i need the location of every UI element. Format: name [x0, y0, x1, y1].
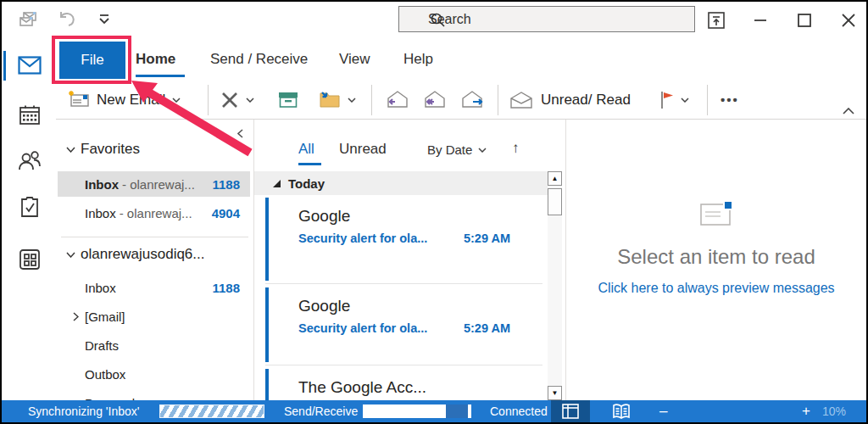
unread-read-label: Unread/ Read: [541, 92, 631, 109]
flag-icon: [659, 91, 674, 109]
send-receive-label[interactable]: Send/Receive: [284, 400, 358, 422]
folder-name: Inbox: [85, 206, 116, 220]
unread-read-button[interactable]: Unread/ Read: [509, 81, 631, 119]
title-bar: [2, 2, 866, 38]
people-icon[interactable]: [18, 148, 42, 172]
scrollbar-thumb[interactable]: [548, 188, 562, 215]
active-module-indicator: [3, 51, 6, 81]
account-section-header[interactable]: olanrewajusodiq6...: [66, 246, 204, 263]
chevron-right-icon: [73, 312, 79, 321]
folder-item-personal[interactable]: Personal: [58, 390, 250, 400]
search-input[interactable]: [428, 12, 648, 27]
ribbon-display-icon[interactable]: [707, 11, 726, 30]
collapse-folder-pane-icon[interactable]: [233, 126, 247, 140]
move-to-folder-icon: [319, 91, 341, 109]
message-item[interactable]: The Google Acc...: [254, 366, 548, 400]
zoom-in-icon[interactable]: +: [802, 400, 810, 422]
folder-account-suffix: - olanrewaj...: [120, 206, 192, 220]
open-envelope-icon: [509, 91, 534, 109]
forward-button[interactable]: [459, 81, 485, 119]
unread-indicator-bar: [265, 198, 269, 281]
zoom-out-icon[interactable]: –: [659, 400, 667, 422]
customize-toolbar-icon[interactable]: [93, 8, 115, 31]
tasks-icon[interactable]: [18, 195, 42, 219]
apps-icon[interactable]: [18, 248, 42, 271]
message-item[interactable]: Google Security alert for ola... 5:29 AM: [254, 195, 548, 283]
follow-up-flag-button[interactable]: [659, 81, 689, 119]
calendar-icon[interactable]: [18, 103, 42, 127]
ribbon-toolbar: New Email: [56, 81, 866, 120]
search-box[interactable]: [398, 6, 695, 32]
ribbon-tab-bar: File Home Send / Receive View Help: [56, 38, 866, 81]
folder-item-drafts[interactable]: Drafts: [58, 332, 250, 358]
group-header-today[interactable]: Today: [254, 171, 548, 195]
reading-view-icon: [612, 404, 631, 419]
toolbar-separator: [208, 85, 209, 115]
tab-help[interactable]: Help: [403, 38, 433, 81]
always-preview-link[interactable]: Click here to always preview messages: [566, 281, 866, 296]
unread-count-badge: 4904: [212, 206, 240, 220]
chevron-down-icon: [66, 252, 75, 258]
folder-name: [Gmail]: [85, 310, 125, 324]
scroll-down-icon[interactable]: ▼: [548, 386, 562, 400]
mail-icon[interactable]: [18, 53, 42, 77]
folder-item-gmail[interactable]: [Gmail]: [58, 304, 250, 329]
chevron-down-icon: [348, 98, 356, 103]
active-tab-underline: [136, 75, 185, 77]
folder-account-suffix: - olanrewaj...: [122, 177, 195, 192]
minimize-icon[interactable]: [751, 11, 770, 30]
favorites-header-label: Favorites: [81, 141, 140, 158]
reply-all-button[interactable]: [422, 81, 448, 119]
tab-view[interactable]: View: [339, 38, 370, 81]
empty-state-title: Select an item to read: [566, 245, 866, 269]
more-commands-button[interactable]: •••: [721, 81, 739, 119]
status-bar: Synchronizing 'Inbox' Send/Receive Conne…: [2, 400, 866, 422]
folder-item-inbox[interactable]: Inbox 1188: [58, 275, 250, 300]
maximize-icon[interactable]: [795, 11, 814, 30]
message-subject: Security alert for ola...: [298, 232, 427, 245]
send-receive-icon[interactable]: [19, 8, 41, 31]
folder-item-inbox-favorite-1[interactable]: Inbox - olanrewaj... 1188: [58, 171, 250, 197]
folder-name: Inbox: [85, 177, 119, 192]
normal-view-icon: [562, 404, 579, 419]
archive-icon: [278, 92, 298, 109]
search-icon: [430, 12, 446, 28]
forward-icon: [459, 90, 485, 110]
message-list-scrollbar[interactable]: ▲ ▼: [548, 171, 562, 400]
message-item[interactable]: Google Security alert for ola... 5:29 AM: [254, 285, 548, 365]
filter-tab-unread[interactable]: Unread: [339, 141, 387, 158]
window-controls: [707, 2, 858, 38]
message-list-pane: All Unread By Date ↑ Today Google Securi…: [254, 120, 566, 400]
reply-button[interactable]: [385, 81, 410, 119]
sort-direction-button[interactable]: ↑: [512, 140, 520, 157]
reply-icon: [385, 90, 410, 110]
close-icon[interactable]: [839, 11, 858, 30]
favorites-section-header[interactable]: Favorites: [66, 141, 140, 158]
message-subject: Security alert for ola...: [298, 321, 427, 335]
sort-by-dropdown[interactable]: By Date: [427, 142, 487, 157]
zoom-level[interactable]: 10%: [822, 400, 846, 422]
folder-name: Inbox: [85, 281, 116, 295]
move-button[interactable]: [319, 81, 356, 119]
more-commands-label: •••: [721, 92, 739, 107]
folder-item-outbox[interactable]: Outbox: [58, 361, 250, 387]
message-divider: [265, 365, 542, 365]
group-header-label: Today: [288, 176, 325, 191]
normal-view-button[interactable]: [551, 400, 590, 422]
reading-view-button[interactable]: [602, 400, 641, 422]
sync-progress-bar: [159, 404, 264, 418]
message-sender: Google: [298, 297, 350, 315]
folder-item-inbox-favorite-2[interactable]: Inbox - olanrewaj... 4904: [58, 200, 250, 226]
tab-send-receive[interactable]: Send / Receive: [210, 38, 308, 81]
filter-all-underline: [298, 163, 321, 165]
delete-button[interactable]: [220, 81, 254, 119]
collapse-ribbon-icon[interactable]: [843, 103, 854, 118]
chevron-down-icon: [246, 98, 254, 103]
undo-icon[interactable]: [56, 8, 78, 31]
toolbar-separator: [498, 85, 498, 115]
chevron-down-icon: [681, 98, 689, 103]
archive-button[interactable]: [278, 81, 298, 119]
new-email-button[interactable]: New Email: [68, 81, 181, 119]
filter-tab-all[interactable]: All: [298, 141, 314, 158]
scroll-up-icon[interactable]: ▲: [548, 171, 562, 186]
